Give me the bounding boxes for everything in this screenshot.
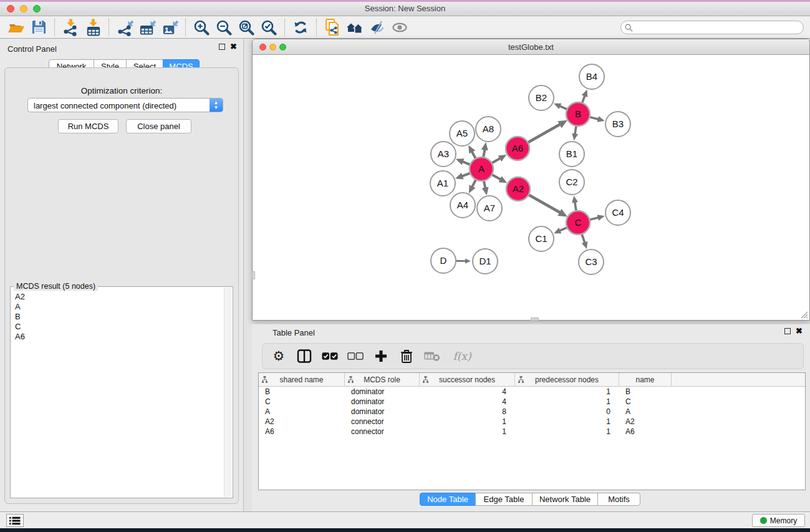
table-settings-button[interactable]: ⚙ [271,347,287,365]
node-label: B2 [536,92,547,103]
tab-node-table[interactable]: Node Table [420,493,476,506]
network-node[interactable]: A6 [506,137,529,160]
network-node[interactable]: B1 [559,142,584,167]
network-edge[interactable] [588,217,601,220]
network-node[interactable]: A8 [476,117,501,142]
network-node[interactable]: C3 [579,249,604,274]
task-history-button[interactable] [6,514,24,527]
export-image-button[interactable] [158,18,181,37]
network-node[interactable]: A5 [450,121,475,146]
network-node[interactable]: A4 [450,193,475,218]
network-node[interactable]: C [566,211,590,235]
network-edge[interactable] [581,233,586,246]
mcds-result-item[interactable]: A2 [13,292,223,302]
network-view-window: testGlobe.txt B4B2BB3A5A8A6B1A3AC2A1A2A4… [252,39,810,321]
mcds-result-item[interactable]: A [13,302,223,312]
network-node[interactable]: D [431,248,456,273]
network-edge[interactable] [491,157,504,164]
network-edge[interactable] [588,117,601,120]
tab-motifs[interactable]: Motifs [597,493,640,506]
network-edge[interactable] [527,122,564,143]
run-mcds-button[interactable]: Run MCDS [58,119,118,133]
network-edge[interactable] [574,199,576,213]
table-row[interactable]: Bdominator41B [259,387,805,397]
table-cell: dominator [345,397,420,407]
column-header[interactable]: shared name [259,373,345,387]
home-button[interactable] [344,18,366,37]
refresh-button[interactable] [289,18,312,37]
network-node[interactable]: B2 [529,85,554,110]
column-header[interactable]: name [619,373,672,387]
window-resize-grip-left[interactable] [252,271,255,279]
zoom-selected-button[interactable] [258,18,280,37]
network-node[interactable]: C1 [529,226,554,251]
zoom-selected-icon [261,19,277,36]
window-resize-grip-corner[interactable] [799,310,808,319]
node-label: C4 [612,207,624,218]
export-table-icon [138,18,157,37]
result-scrollbar[interactable] [224,288,232,497]
table-cell: 1 [515,417,619,427]
add-column-button[interactable] [373,347,389,365]
network-window-titlebar[interactable]: testGlobe.txt [253,39,809,55]
network-node[interactable]: C4 [605,200,630,225]
network-edge[interactable] [458,173,471,178]
float-table-panel-icon[interactable] [784,328,791,334]
network-node[interactable]: D1 [473,249,498,274]
search-field[interactable] [620,21,804,34]
import-table-button[interactable] [82,18,104,37]
function-builder-button[interactable]: f(x) [450,347,475,365]
criterion-dropdown[interactable]: largest connected component (directed) ▲… [27,98,223,112]
float-panel-icon[interactable] [219,44,225,50]
delete-table-button[interactable] [424,347,440,365]
mcds-result-item[interactable]: C [13,322,223,332]
new-network-from-selection-button[interactable] [321,18,344,37]
close-panel-icon[interactable]: ✖ [230,44,237,50]
table-row[interactable]: Adominator80A [259,407,805,417]
zoom-in-button[interactable] [190,18,213,37]
column-header[interactable]: MCDS role [345,373,420,387]
network-node[interactable]: C2 [559,170,584,195]
export-network-button[interactable] [113,18,136,37]
network-node[interactable]: A3 [431,142,456,167]
network-edge[interactable] [528,194,564,215]
column-header[interactable]: successor nodes [420,373,515,387]
network-node[interactable]: A2 [506,177,530,201]
status-bar: Memory [0,511,810,528]
network-edge[interactable] [491,174,504,181]
network-node[interactable]: A [470,157,493,181]
open-session-button[interactable] [5,18,27,37]
network-canvas[interactable]: B4B2BB3A5A8A6B1A3AC2A1A2A4A7C4CC1C3DD1 [253,56,809,320]
mcds-result-item[interactable]: B [13,312,223,322]
tab-network-table[interactable]: Network Table [532,493,598,506]
delete-column-button[interactable] [398,347,415,365]
close-table-panel-icon[interactable]: ✖ [796,328,803,334]
select-all-button[interactable] [322,347,338,365]
network-node[interactable]: B4 [579,64,604,89]
tab-edge-table[interactable]: Edge Table [475,493,533,506]
zoom-fit-button[interactable] [235,18,258,37]
node-table: shared nameMCDS rolesuccessor nodesprede… [258,372,806,490]
close-panel-button[interactable]: Close panel [126,119,191,133]
network-node[interactable]: B3 [605,112,630,137]
table-row[interactable]: Cdominator41C [259,397,805,407]
show-hide-graphics-details-button[interactable] [366,18,388,37]
mcds-result-item[interactable]: A6 [13,332,223,342]
network-node[interactable]: A7 [477,196,502,221]
column-visibility-button[interactable] [296,347,312,365]
zoom-out-button[interactable] [213,18,235,37]
network-node[interactable]: B [566,102,590,126]
toolbar-separator [316,19,317,36]
network-node[interactable]: A1 [430,171,455,196]
table-row[interactable]: A2connector11A2 [259,417,805,427]
save-session-button[interactable] [27,18,50,37]
window-resize-grip-bottom[interactable] [531,317,539,321]
deselect-all-button[interactable] [347,347,364,365]
search-input[interactable] [635,22,798,33]
table-row[interactable]: A6connector11A6 [259,427,805,437]
eye-button[interactable] [388,18,411,37]
export-table-button[interactable] [136,18,158,37]
memory-button[interactable]: Memory [752,514,805,527]
column-header[interactable]: predecessor nodes [515,373,619,387]
import-network-button[interactable] [59,18,82,37]
